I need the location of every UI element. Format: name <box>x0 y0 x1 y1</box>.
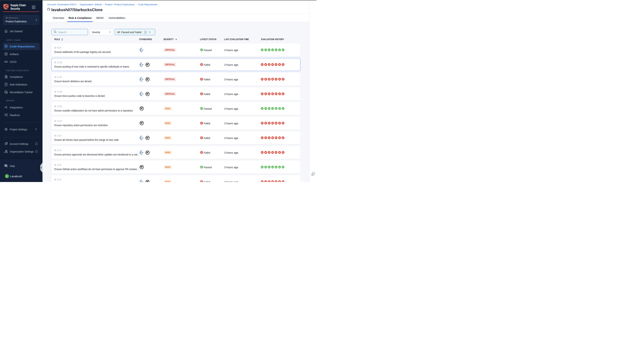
svg-text:?: ? <box>5 165 6 166</box>
